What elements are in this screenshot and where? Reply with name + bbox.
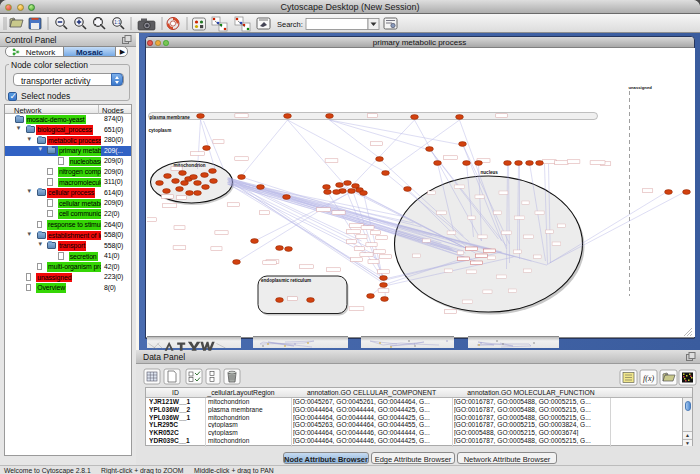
svg-text:endoplasmic reticulum: endoplasmic reticulum <box>261 278 311 283</box>
svg-text:unassigned: unassigned <box>628 85 652 90</box>
svg-text:Search:: Search: <box>277 20 303 29</box>
svg-text:1:1: 1:1 <box>114 20 121 25</box>
svg-text:nucleus: nucleus <box>480 170 498 175</box>
svg-text:cytoplasm: cytoplasm <box>148 128 171 133</box>
svg-text:plasma membrane: plasma membrane <box>149 115 190 120</box>
svg-text:f(x): f(x) <box>643 374 654 383</box>
